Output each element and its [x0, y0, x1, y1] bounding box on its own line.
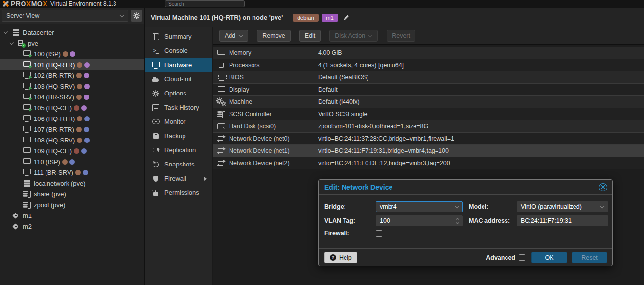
submenu-caret-icon	[204, 177, 207, 181]
close-icon[interactable]: ✕	[599, 183, 607, 191]
nav-item-cloud-init[interactable]: Cloud-Init	[145, 72, 212, 86]
vlan-tag-label: VLAN Tag:	[324, 217, 376, 224]
list-icon	[151, 104, 160, 112]
tree-item-tag-m2[interactable]: m2	[0, 221, 144, 232]
database-icon	[217, 110, 226, 118]
nav-item-firewall[interactable]: Firewall	[145, 171, 212, 186]
tree-settings-button[interactable]	[131, 10, 142, 22]
vm-running-icon	[23, 104, 31, 112]
chevron-down-icon[interactable]	[600, 205, 604, 209]
remove-button[interactable]: Remove	[257, 30, 291, 42]
tag-dot	[63, 51, 68, 57]
table-row-scsi-controller[interactable]: SCSI Controller VirtIO SCSI single	[213, 108, 644, 120]
tree-item-tag-m1[interactable]: m1	[0, 210, 144, 221]
search-input[interactable]	[165, 0, 245, 7]
disk-action-button[interactable]: Disk Action	[329, 30, 378, 42]
monitor-icon	[151, 61, 160, 69]
tree-item-vm-101[interactable]: 101 (HQ-RTR)	[0, 59, 144, 70]
table-row-memory[interactable]: Memory 4.00 GiB	[213, 47, 644, 59]
nav-item-console[interactable]: Console	[145, 44, 212, 58]
nav-item-backup[interactable]: Backup	[145, 129, 212, 143]
nav-item-hardware[interactable]: Hardware	[145, 58, 212, 72]
brand-part: X	[26, 0, 31, 8]
bridge-combobox[interactable]: vmbr4	[376, 201, 463, 212]
tree-item-localnetwork[interactable]: localnetwork (pve)	[0, 178, 144, 189]
nav-item-summary[interactable]: Summary	[145, 29, 212, 44]
nav-item-options[interactable]: Options	[145, 86, 212, 100]
nav-item-permissions[interactable]: Permissions	[145, 186, 212, 200]
reset-button[interactable]: Reset	[572, 252, 607, 263]
dialog-footer: ? Help Advanced OK Reset	[319, 248, 612, 266]
tag-icon	[12, 212, 21, 219]
table-row-net1[interactable]: Network Device (net1) virtio=BC:24:11:F7…	[213, 145, 644, 157]
table-row-bios[interactable]: BIOS Default (SeaBIOS)	[213, 71, 644, 84]
chevron-down-icon[interactable]	[456, 221, 459, 224]
bridge-label: Bridge:	[324, 203, 376, 210]
revert-button[interactable]: Revert	[387, 30, 415, 42]
view-selector[interactable]: Server View	[2, 10, 128, 22]
tree-item-vm-103[interactable]: 103 (HQ-SRV)	[0, 81, 144, 92]
spinner-buttons[interactable]	[453, 217, 459, 225]
chevron-down-icon	[239, 34, 243, 38]
nav-item-monitor[interactable]: Monitor	[145, 115, 212, 129]
nav-item-task-history[interactable]: Task History	[145, 100, 212, 115]
edit-button[interactable]: Edit	[299, 30, 321, 42]
chevron-down-icon	[120, 14, 124, 18]
table-row-processors[interactable]: Processors 4 (1 sockets, 4 cores) [qemu6…	[213, 59, 644, 71]
tag-dot	[77, 84, 82, 89]
vlan-tag-spinner[interactable]: 100	[376, 215, 463, 226]
tree-item-vm-108[interactable]: 108 (HQ-SRV)	[0, 135, 144, 145]
tree-item-vm-100[interactable]: 100 (ISP)	[0, 48, 144, 59]
model-label: Model:	[463, 203, 517, 210]
tag-badge-m1: m1	[322, 14, 338, 22]
tree-item-vm-106[interactable]: 106 (HQ-RTR)	[0, 113, 144, 124]
tag-dot	[76, 73, 82, 78]
tree-item-vm-105[interactable]: 105 (HQ-CLI)	[0, 102, 144, 113]
tree-item-storage-zpool[interactable]: zpool (pve)	[0, 199, 144, 210]
model-combobox[interactable]: VirtIO (paravirtualized)	[517, 201, 608, 212]
tree-item-vm-102[interactable]: 102 (BR-RTR)	[0, 70, 144, 81]
monitor-icon	[217, 86, 226, 94]
vm-running-icon	[23, 71, 31, 79]
ok-button[interactable]: OK	[531, 252, 567, 263]
brand-part: X	[43, 0, 47, 8]
nav-item-snapshots[interactable]: Snapshots	[145, 157, 212, 171]
hdd-icon	[217, 122, 226, 130]
vm-stopped-icon	[23, 168, 31, 176]
nav-item-replication[interactable]: Replication	[145, 143, 212, 157]
chevron-up-icon[interactable]	[456, 217, 459, 220]
mac-address-input[interactable]: BC:24:11:F7:19:31	[517, 215, 608, 226]
table-row-display[interactable]: Display Default	[213, 84, 644, 96]
dialog-title: Edit: Network Device	[324, 183, 392, 191]
table-row-net0[interactable]: Network Device (net0) virtio=BC:24:11:37…	[213, 133, 644, 145]
vm-running-icon	[23, 61, 31, 69]
advanced-checkbox[interactable]	[519, 254, 525, 261]
tree-item-vm-110[interactable]: 110 (ISP)	[0, 156, 144, 167]
tag-dot	[81, 105, 87, 111]
tree-item-vm-104[interactable]: 104 (BR-SRV)	[0, 92, 144, 102]
edit-tags-pencil-icon[interactable]	[343, 14, 350, 21]
tree-item-vm-109[interactable]: 109 (HQ-CLI)	[0, 145, 144, 156]
chevron-down-icon[interactable]	[455, 205, 459, 209]
table-row-net2[interactable]: Network Device (net2) virtio=BC:24:11:F0…	[213, 157, 644, 169]
proxmox-app: PROXMOX Virtual Environment 8.1.3 Server…	[0, 0, 644, 285]
tree-item-storage-share[interactable]: share (pve)	[0, 189, 144, 199]
help-button[interactable]: ? Help	[324, 252, 357, 263]
firewall-checkbox[interactable]	[376, 230, 382, 237]
add-button[interactable]: Add	[219, 30, 248, 42]
tag-icon	[12, 222, 21, 230]
tag-dot	[84, 84, 90, 89]
tree-item-vm-111[interactable]: 111 (BR-SRV)	[0, 167, 144, 178]
dialog-titlebar[interactable]: Edit: Network Device ✕	[319, 180, 612, 195]
table-row-hard-disk[interactable]: Hard Disk (scsi0) zpool:vm-101-disk-0,io…	[213, 120, 644, 133]
book-icon	[151, 33, 160, 41]
tree-item-vm-107[interactable]: 107 (BR-RTR)	[0, 124, 144, 135]
network-arrows-icon	[217, 159, 226, 167]
table-row-machine[interactable]: Machine Default (i440fx)	[213, 96, 644, 108]
chevron-down-icon	[4, 30, 11, 34]
unlock-icon	[151, 189, 160, 197]
vm-nav-menu: Summary Console Hardware Cloud-Init Opti…	[145, 27, 213, 285]
tree-item-datacenter[interactable]: Datacenter	[0, 27, 144, 38]
tag-dot	[84, 62, 90, 68]
tree-item-pve[interactable]: ✓ pve	[0, 38, 144, 48]
